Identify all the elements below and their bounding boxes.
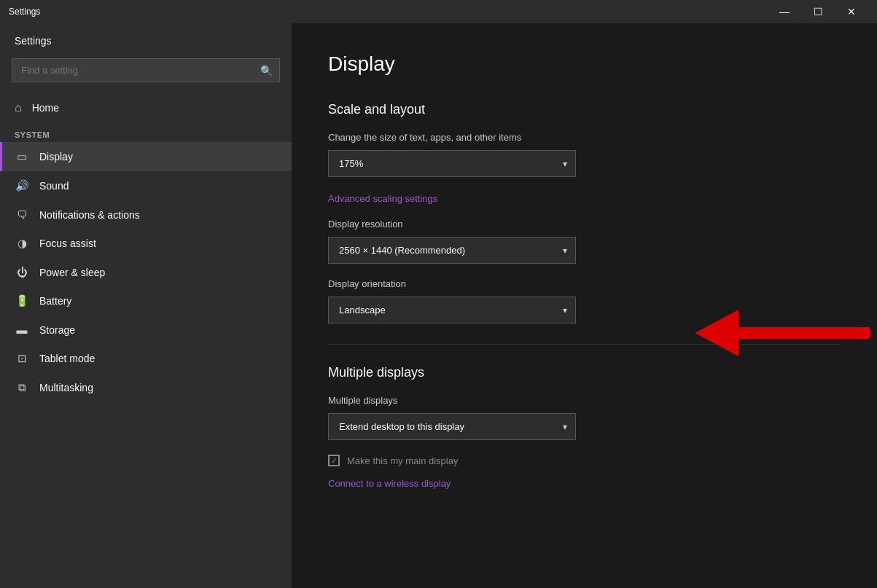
power-icon: ⏻ <box>15 266 29 278</box>
main-display-label: Make this my main display <box>347 455 458 466</box>
orientation-dropdown[interactable]: Landscape Portrait Landscape (flipped) P… <box>328 297 576 324</box>
arrow-head <box>695 310 738 356</box>
multiple-displays-dropdown[interactable]: Extend desktop to this display Duplicate… <box>328 413 576 440</box>
resolution-label: Display resolution <box>328 219 841 230</box>
home-icon: ⌂ <box>15 101 22 114</box>
close-button[interactable]: ✕ <box>835 0 868 23</box>
scale-dropdown-wrapper: 100% 125% 150% 175% 200% ▾ <box>328 150 576 177</box>
notifications-icon: 🗨 <box>15 208 29 221</box>
sidebar-app-title: Settings <box>0 23 292 52</box>
sidebar-item-storage[interactable]: ▬ Storage <box>0 315 292 344</box>
storage-icon: ▬ <box>15 324 29 336</box>
orientation-dropdown-wrapper: Landscape Portrait Landscape (flipped) P… <box>328 297 576 324</box>
sidebar-item-tablet[interactable]: ⊡ Tablet mode <box>0 344 292 373</box>
title-bar: Settings — ☐ ✕ <box>0 0 877 23</box>
multiple-displays-label: Multiple displays <box>328 395 841 406</box>
sidebar-item-notifications[interactable]: 🗨 Notifications & actions <box>0 200 292 229</box>
orientation-label: Display orientation <box>328 278 841 289</box>
resolution-dropdown-wrapper: 2560 × 1440 (Recommended) 1920 × 1080 12… <box>328 237 576 264</box>
sidebar-item-focus-label: Focus assist <box>39 238 96 249</box>
sidebar-item-battery-label: Battery <box>39 295 71 307</box>
app-title: Settings <box>9 7 40 17</box>
main-display-row: ✓ Make this my main display <box>328 455 841 466</box>
resolution-dropdown[interactable]: 2560 × 1440 (Recommended) 1920 × 1080 12… <box>328 237 576 264</box>
focus-icon: ◑ <box>15 237 29 250</box>
sidebar-item-sound-label: Sound <box>39 180 69 192</box>
search-input[interactable] <box>12 58 280 82</box>
minimize-button[interactable]: — <box>768 0 801 23</box>
advanced-scaling-link[interactable]: Advanced scaling settings <box>328 193 437 204</box>
annotation-arrow <box>695 310 870 356</box>
system-section-label: System <box>0 122 292 142</box>
scale-layout-title: Scale and layout <box>328 102 841 117</box>
sidebar-item-display-label: Display <box>39 151 73 162</box>
battery-icon: 🔋 <box>15 294 29 307</box>
sidebar-item-display[interactable]: ▭ Display <box>0 142 292 171</box>
maximize-button[interactable]: ☐ <box>801 0 835 23</box>
multiple-displays-dropdown-wrapper: Extend desktop to this display Duplicate… <box>328 413 576 440</box>
sidebar-item-multitasking[interactable]: ⧉ Multitasking <box>0 373 292 402</box>
sidebar-item-tablet-label: Tablet mode <box>39 353 95 364</box>
tablet-icon: ⊡ <box>15 352 29 365</box>
sidebar-item-home[interactable]: ⌂ Home <box>0 94 292 122</box>
main-content: Display Scale and layout Change the size… <box>292 23 877 588</box>
sidebar-item-battery[interactable]: 🔋 Battery <box>0 286 292 315</box>
scale-dropdown[interactable]: 100% 125% 150% 175% 200% <box>328 150 576 177</box>
home-label: Home <box>32 102 59 114</box>
sidebar-item-power-label: Power & sleep <box>39 267 105 278</box>
sidebar-item-focus[interactable]: ◑ Focus assist <box>0 229 292 258</box>
sidebar-item-power[interactable]: ⏻ Power & sleep <box>0 258 292 286</box>
window-controls: — ☐ ✕ <box>768 0 868 23</box>
sidebar-item-multitasking-label: Multitasking <box>39 382 93 393</box>
app-body: Settings 🔍 ⌂ Home System ▭ Display 🔊 Sou… <box>0 23 877 588</box>
sidebar-item-storage-label: Storage <box>39 324 75 336</box>
display-icon: ▭ <box>15 150 29 163</box>
multiple-displays-title: Multiple displays <box>328 365 841 380</box>
checkbox-check-icon: ✓ <box>331 456 338 466</box>
sidebar: Settings 🔍 ⌂ Home System ▭ Display 🔊 Sou… <box>0 23 292 588</box>
search-icon: 🔍 <box>260 65 273 77</box>
page-title: Display <box>328 52 841 76</box>
search-box: 🔍 <box>12 58 280 82</box>
multitasking-icon: ⧉ <box>15 381 29 394</box>
sidebar-item-notifications-label: Notifications & actions <box>39 209 140 221</box>
sidebar-item-sound[interactable]: 🔊 Sound <box>0 171 292 200</box>
sound-icon: 🔊 <box>15 179 29 192</box>
connect-wireless-link[interactable]: Connect to a wireless display <box>328 478 451 489</box>
section-divider <box>328 344 841 345</box>
arrow-shaft <box>738 327 870 339</box>
main-display-checkbox[interactable]: ✓ <box>328 455 340 466</box>
scale-label: Change the size of text, apps, and other… <box>328 132 841 143</box>
